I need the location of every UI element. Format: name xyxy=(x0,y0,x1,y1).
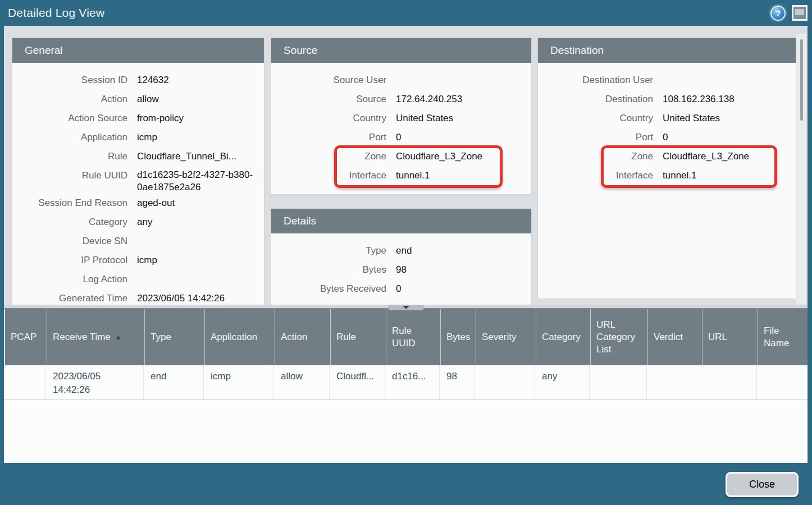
source-column: Source Source User Source172.64.240.253 … xyxy=(271,38,531,305)
log-entries-table: PCAP Receive Time▲ Type Application Acti… xyxy=(4,309,808,463)
sort-asc-icon: ▲ xyxy=(115,331,122,343)
column-header-receive-time[interactable]: Receive Time▲ xyxy=(47,309,145,365)
column-header-rule[interactable]: Rule xyxy=(331,309,386,365)
log-table-row[interactable]: 2023/06/05 14:42:26 end icmp allow Cloud… xyxy=(4,365,808,400)
restore-window-inner-pane xyxy=(795,9,804,15)
source-row-interface: Interfacetunnel.1 xyxy=(271,166,531,185)
column-header-type[interactable]: Type xyxy=(145,309,205,365)
column-header-url-category-list[interactable]: URL Category List xyxy=(591,309,648,365)
destination-row-zone: ZoneCloudflare_L3_Zone xyxy=(538,147,796,166)
source-row-source-user: Source User xyxy=(271,71,531,90)
destination-panel-header: Destination xyxy=(538,38,796,63)
column-header-category[interactable]: Category xyxy=(536,309,591,365)
cell-rule: Cloudfl... xyxy=(330,365,385,400)
general-row-rule-uuid: Rule UUIDd1c16235-b2f2-4327-b380-0ae1875… xyxy=(12,166,264,194)
table-empty-area xyxy=(4,400,808,463)
column-header-application[interactable]: Application xyxy=(205,309,275,365)
destination-panel-body: Destination User Destination108.162.236.… xyxy=(538,63,796,185)
cell-url xyxy=(701,365,757,400)
cell-severity xyxy=(475,365,535,400)
details-row-bytes-received: Bytes Received0 xyxy=(271,279,531,299)
panels-scrollbar[interactable] xyxy=(796,34,806,305)
column-header-rule-uuid[interactable]: Rule UUID xyxy=(386,309,441,365)
details-panel-title: Details xyxy=(284,215,316,227)
destination-column: Destination Destination User Destination… xyxy=(538,38,796,305)
titlebar: Detailed Log View ? xyxy=(0,0,812,26)
help-glyph: ? xyxy=(775,8,781,18)
column-header-url[interactable]: URL xyxy=(702,309,758,365)
details-panel: Details Typeend Bytes98 Bytes Received0 xyxy=(271,209,531,305)
column-header-severity[interactable]: Severity xyxy=(476,309,536,365)
details-row-bytes: Bytes98 xyxy=(271,260,531,279)
general-row-action-source: Action Sourcefrom-policy xyxy=(12,109,264,128)
cell-action: allow xyxy=(274,365,330,400)
panel-table-splitter[interactable] xyxy=(4,305,808,309)
detailed-log-view-dialog: Detailed Log View ? General Session ID12… xyxy=(0,0,812,505)
general-row-session-id: Session ID124632 xyxy=(12,71,264,90)
general-row-log-action: Log Action xyxy=(12,270,264,289)
restore-window-icon[interactable] xyxy=(792,5,808,21)
general-row-ip-protocol: IP Protocolicmp xyxy=(12,251,264,270)
cell-bytes: 98 xyxy=(440,365,475,400)
help-icon[interactable]: ? xyxy=(770,6,786,21)
destination-row-port: Port0 xyxy=(538,128,796,147)
general-row-rule: RuleCloudflare_Tunnel_Bi... xyxy=(12,147,264,166)
general-row-generated-time: Generated Time2023/06/05 14:42:26 xyxy=(12,289,264,305)
cell-application: icmp xyxy=(204,365,274,400)
general-panel: General Session ID124632 Actionallow Act… xyxy=(12,38,264,305)
details-row-type: Typeend xyxy=(271,241,531,260)
general-panel-header: General xyxy=(12,38,264,63)
source-panel-title: Source xyxy=(284,44,317,57)
general-column: General Session ID124632 Actionallow Act… xyxy=(12,38,264,305)
chevron-down-icon xyxy=(403,306,409,309)
column-header-file-name[interactable]: File Name xyxy=(758,309,808,365)
destination-row-destination: Destination108.162.236.138 xyxy=(538,90,796,109)
source-row-zone: ZoneCloudflare_L3_Zone xyxy=(271,147,531,166)
cell-pcap xyxy=(4,365,46,400)
general-row-session-end-reason: Session End Reasonaged-out xyxy=(12,194,264,213)
destination-row-interface: Interfacetunnel.1 xyxy=(538,166,796,185)
column-header-action[interactable]: Action xyxy=(275,309,331,365)
cell-url-category-list xyxy=(590,365,647,400)
general-row-application: Applicationicmp xyxy=(12,128,264,147)
general-row-action: Actionallow xyxy=(12,90,264,109)
cell-type: end xyxy=(144,365,204,400)
cell-rule-uuid: d1c16... xyxy=(385,365,440,400)
source-row-source: Source172.64.240.253 xyxy=(271,90,531,109)
dialog-title: Detailed Log View xyxy=(8,6,104,20)
source-panel-body: Source User Source172.64.240.253 Country… xyxy=(271,63,531,194)
source-row-port: Port0 xyxy=(271,128,531,147)
source-row-country: CountryUnited States xyxy=(271,109,531,128)
cell-category: any xyxy=(535,365,590,400)
general-panel-body: Session ID124632 Actionallow Action Sour… xyxy=(12,63,264,305)
general-panel-title: General xyxy=(25,44,63,57)
column-header-pcap[interactable]: PCAP xyxy=(5,309,47,365)
cell-file-name xyxy=(757,365,808,400)
destination-panel: Destination Destination User Destination… xyxy=(538,38,796,299)
cell-verdict xyxy=(647,365,701,400)
source-panel-header: Source xyxy=(271,38,531,63)
titlebar-icons: ? xyxy=(770,5,808,21)
destination-row-country: CountryUnited States xyxy=(538,109,796,128)
source-panel: Source Source User Source172.64.240.253 … xyxy=(271,38,531,194)
log-table-header-row: PCAP Receive Time▲ Type Application Acti… xyxy=(4,309,808,365)
splitter-collapse-handle[interactable] xyxy=(388,305,424,310)
close-button[interactable]: Close xyxy=(726,472,799,497)
column-header-verdict[interactable]: Verdict xyxy=(648,309,702,365)
details-panel-body: Typeend Bytes98 Bytes Received0 xyxy=(271,233,531,299)
dialog-footer: Close xyxy=(0,463,812,505)
destination-panel-title: Destination xyxy=(550,44,604,57)
general-row-category: Categoryany xyxy=(12,213,264,232)
details-panel-header: Details xyxy=(271,209,531,233)
panels-scrollbar-thumb[interactable] xyxy=(800,39,803,121)
log-detail-panels: General Session ID124632 Actionallow Act… xyxy=(4,26,808,305)
destination-row-destination-user: Destination User xyxy=(538,71,796,90)
general-row-device-sn: Device SN xyxy=(12,232,264,251)
cell-receive-time: 2023/06/05 14:42:26 xyxy=(46,365,144,400)
column-header-bytes[interactable]: Bytes xyxy=(441,309,476,365)
